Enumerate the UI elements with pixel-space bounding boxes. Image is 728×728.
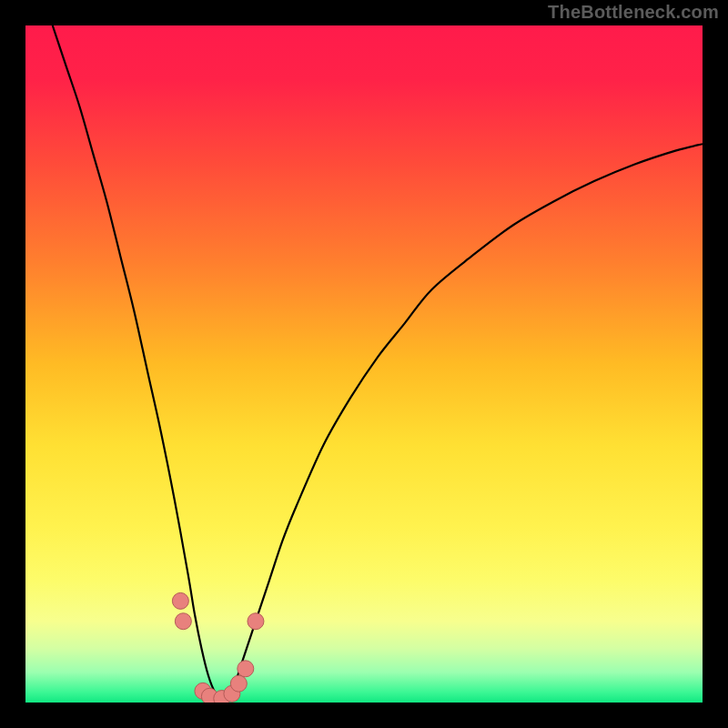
data-marker (248, 613, 264, 630)
data-marker (230, 675, 247, 692)
data-marker (175, 613, 191, 630)
data-marker (238, 661, 254, 677)
watermark-text: TheBottleneck.com (548, 2, 719, 23)
gradient-background (25, 25, 703, 703)
data-marker (172, 592, 188, 609)
bottleneck-plot-svg (25, 25, 703, 703)
chart-frame: TheBottleneck.com (0, 0, 728, 728)
plot-area (25, 25, 703, 703)
